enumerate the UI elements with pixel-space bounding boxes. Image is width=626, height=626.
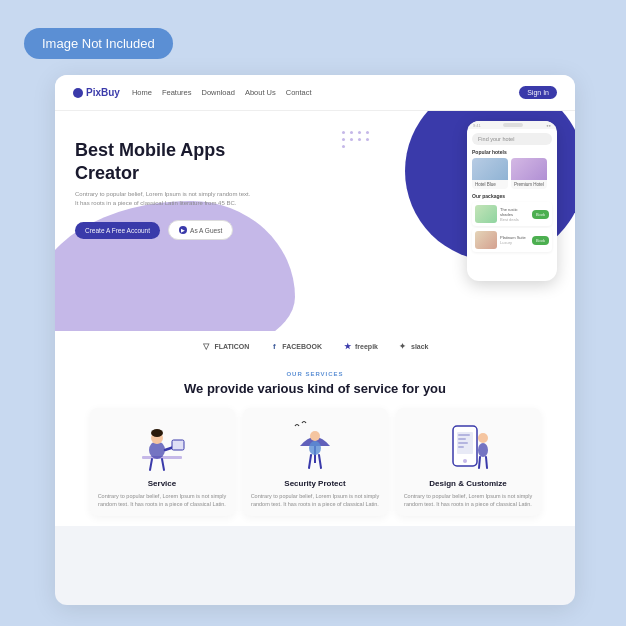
svg-line-6 (162, 459, 164, 470)
slack-icon: ✦ (398, 341, 408, 351)
service-card-1-title: Service (98, 479, 227, 488)
main-card: PixBuy Home Features Download About Us C… (55, 75, 575, 605)
phone-packages-title: Our packages (472, 193, 552, 199)
logo-freepik: ★ freepik (342, 341, 378, 351)
service-card-3-desc: Contrary to popular belief, Lorem Ipsum … (404, 492, 533, 509)
hero-section: Best Mobile Apps Creator Contrary to pop… (55, 111, 575, 331)
hotel-img-1 (472, 158, 508, 180)
services-section: Our services We provide various kind of … (55, 361, 575, 526)
hotel-card-1: Hotel Blue (472, 158, 508, 189)
services-label: Our services (75, 371, 555, 377)
package-item-1: The rustic shades Best deals Book (472, 202, 552, 226)
logo-slack: ✦ slack (398, 341, 429, 351)
phone-search: Find your hotel (472, 133, 552, 145)
svg-point-20 (478, 433, 488, 443)
phone-hotels: Hotel Blue Premium Hotel (472, 158, 552, 189)
navbar: PixBuy Home Features Download About Us C… (55, 75, 575, 111)
guest-button[interactable]: ▶ As A Guest (168, 220, 233, 240)
pkg-img-2 (475, 231, 497, 249)
signin-button[interactable]: Sign In (519, 86, 557, 99)
service-card-2: Security Protect Contrary to popular bel… (243, 408, 388, 517)
service-card-3: Design & Customize Contrary to popular b… (396, 408, 541, 517)
svg-point-7 (151, 429, 163, 437)
service-illustration-2 (251, 418, 380, 473)
svg-rect-17 (458, 438, 466, 440)
service-card-2-desc: Contrary to popular belief, Lorem Ipsum … (251, 492, 380, 509)
hotel-card-2: Premium Hotel (511, 158, 547, 189)
freepik-icon: ★ (342, 341, 352, 351)
services-title: We provide various kind of service for y… (75, 381, 555, 398)
svg-line-23 (486, 457, 487, 468)
navbar-logo: PixBuy (73, 87, 120, 98)
svg-line-11 (309, 455, 311, 468)
svg-point-15 (463, 459, 467, 463)
svg-line-22 (479, 457, 480, 468)
svg-rect-18 (458, 442, 468, 444)
flaticon-icon: ▽ (201, 341, 211, 351)
logo-icon (73, 88, 83, 98)
nav-download[interactable]: Download (202, 88, 235, 97)
package-item-2: Platinum Suite Luxury Book (472, 228, 552, 252)
nav-links: Home Features Download About Us Contact (132, 88, 519, 97)
logo-text: PixBuy (86, 87, 120, 98)
hero-buttons: Create A Free Account ▶ As A Guest (75, 220, 255, 240)
phone-mockup: 9:41 ●● Find your hotel Popular hotels H… (467, 121, 557, 281)
pkg-info-1: The rustic shades Best deals (500, 207, 529, 222)
svg-point-10 (309, 441, 321, 455)
svg-point-21 (478, 443, 488, 457)
create-account-button[interactable]: Create A Free Account (75, 222, 160, 239)
hero-title: Best Mobile Apps Creator (75, 139, 255, 184)
logos-section: ▽ FLATICON f FACEBOOK ★ freepik ✦ slack (55, 331, 575, 361)
play-icon: ▶ (179, 226, 187, 234)
phone-notch (503, 123, 523, 127)
svg-point-9 (310, 431, 320, 441)
hotel-info-2: Premium Hotel (511, 180, 547, 189)
service-card-3-title: Design & Customize (404, 479, 533, 488)
svg-line-12 (319, 455, 321, 468)
pkg-img-1 (475, 205, 497, 223)
hotel-info-1: Hotel Blue (472, 180, 508, 189)
svg-rect-4 (172, 440, 184, 450)
logo-facebook: f FACEBOOK (269, 341, 322, 351)
nav-features[interactable]: Features (162, 88, 192, 97)
hotel-img-2 (511, 158, 547, 180)
service-illustration-3 (404, 418, 533, 473)
service-card-2-title: Security Protect (251, 479, 380, 488)
phone-content: Find your hotel Popular hotels Hotel Blu… (467, 129, 557, 258)
phone-popular-title: Popular hotels (472, 149, 552, 155)
phone-status-bar: 9:41 ●● (467, 121, 557, 129)
services-cards: Service Contrary to popular belief, Lore… (75, 408, 555, 517)
nav-home[interactable]: Home (132, 88, 152, 97)
svg-rect-16 (458, 434, 470, 436)
image-not-included-badge: Image Not Included (24, 28, 173, 59)
nav-contact[interactable]: Contact (286, 88, 312, 97)
pkg-btn-1[interactable]: Book (532, 210, 549, 219)
svg-line-5 (150, 459, 152, 470)
hero-subtitle: Contrary to popular belief, Lorem Ipsum … (75, 190, 255, 208)
nav-about[interactable]: About Us (245, 88, 276, 97)
service-card-1-desc: Contrary to popular belief, Lorem Ipsum … (98, 492, 227, 509)
svg-rect-19 (458, 446, 464, 448)
logo-flaticon: ▽ FLATICON (201, 341, 249, 351)
pkg-info-2: Platinum Suite Luxury (500, 235, 529, 245)
service-illustration-1 (98, 418, 227, 473)
service-card-1: Service Contrary to popular belief, Lore… (90, 408, 235, 517)
hero-content: Best Mobile Apps Creator Contrary to pop… (75, 139, 255, 240)
facebook-icon: f (269, 341, 279, 351)
pkg-btn-2[interactable]: Book (532, 236, 549, 245)
